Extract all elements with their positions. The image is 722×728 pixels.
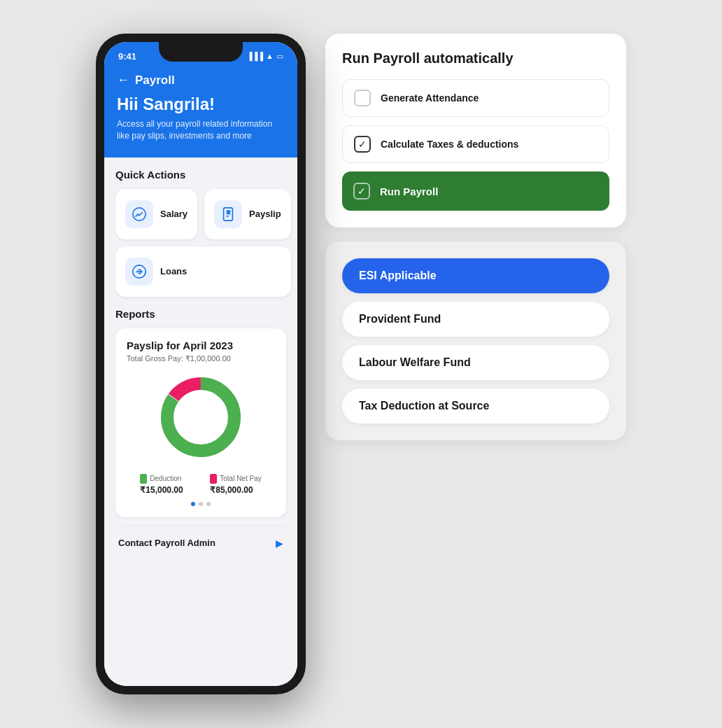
chevron-right-icon: ▶ <box>276 538 283 549</box>
salary-icon <box>125 200 153 228</box>
dot-3 <box>206 502 211 506</box>
loans-icon <box>125 258 153 286</box>
run-payroll-checkbox-icon: ✓ <box>353 183 370 200</box>
contact-admin-row[interactable]: Contact Payroll Admin ▶ <box>115 526 286 560</box>
deduction-dot <box>140 474 147 484</box>
quick-actions-title: Quick Actions <box>115 169 286 181</box>
run-payroll-card: Run Payroll automatically Generate Atten… <box>325 34 626 227</box>
reports-title: Reports <box>115 308 286 320</box>
run-payroll-label: Run Payroll <box>380 186 438 197</box>
net-pay-legend: Total Net Pay ₹85,000.00 <box>210 474 261 495</box>
payslip-report-card: Payslip for April 2023 Total Gross Pay: … <box>115 328 286 517</box>
attendance-label: Generate Attendance <box>381 92 479 104</box>
payslip-gross: Total Gross Pay: ₹1,00,000.00 <box>127 354 275 363</box>
net-pay-value: ₹85,000.00 <box>210 485 261 495</box>
loans-label: Loans <box>160 266 187 276</box>
loans-card[interactable]: Loans <box>115 246 291 297</box>
signal-icon: ▐▐▐ <box>247 52 263 60</box>
dot-2 <box>199 502 203 506</box>
quick-actions-grid: Salary ₹ Payslip <box>115 189 286 297</box>
deductions-card: ESI Applicable Provident Fund Labour Wel… <box>325 241 626 440</box>
payslip-report-title: Payslip for April 2023 <box>127 340 275 351</box>
donut-chart-container <box>127 372 275 463</box>
contact-admin-label: Contact Payroll Admin <box>118 538 215 548</box>
payslip-icon: ₹ <box>214 200 242 228</box>
dot-1 <box>191 502 195 506</box>
tds-item[interactable]: Tax Deduction at Source <box>342 388 609 424</box>
salary-card[interactable]: Salary <box>115 189 197 239</box>
run-payroll-button[interactable]: ✓ Run Payroll <box>342 172 609 211</box>
lwf-item[interactable]: Labour Welfare Fund <box>342 345 609 380</box>
run-payroll-title: Run Payroll automatically <box>342 50 609 66</box>
deduction-value: ₹15,000.00 <box>140 485 183 495</box>
reports-section: Reports Payslip for April 2023 Total Gro… <box>115 308 286 517</box>
esi-item[interactable]: ESI Applicable <box>342 258 609 293</box>
phone-header: ← Payroll Hii Sangrila! Access all your … <box>104 67 297 158</box>
taxes-label: Calculate Taxes & deductions <box>381 139 518 150</box>
pf-item[interactable]: Provident Fund <box>342 302 609 337</box>
svg-text:₹: ₹ <box>227 211 230 215</box>
wifi-icon: ▲ <box>266 52 274 60</box>
right-panel: Run Payroll automatically Generate Atten… <box>325 34 626 440</box>
run-check-icon: ✓ <box>358 186 366 197</box>
status-icons: ▐▐▐ ▲ ▭ <box>247 52 283 61</box>
status-time: 9:41 <box>118 51 136 62</box>
salary-label: Salary <box>160 209 187 219</box>
generate-attendance-item[interactable]: Generate Attendance <box>342 79 609 117</box>
taxes-checkbox[interactable]: ✓ <box>354 136 371 153</box>
phone-screen: 9:41 ▐▐▐ ▲ ▭ ← Payroll Hii Sangrila! Acc… <box>104 42 297 686</box>
donut-chart <box>155 372 246 463</box>
pagination-dots <box>127 502 275 506</box>
nav-title: Payroll <box>135 74 175 88</box>
payslip-legend: Deduction ₹15,000.00 Total Net Pay ₹85,0… <box>127 474 275 495</box>
payslip-label: Payslip <box>249 209 281 219</box>
greeting-subtitle: Access all your payroll related informat… <box>117 118 285 142</box>
check-icon: ✓ <box>358 139 367 149</box>
phone-body: Quick Actions Salary <box>104 158 297 686</box>
deduction-list: ESI Applicable Provident Fund Labour Wel… <box>342 258 609 424</box>
phone-nav: ← Payroll <box>117 73 285 88</box>
calculate-taxes-item[interactable]: ✓ Calculate Taxes & deductions <box>342 125 609 163</box>
deduction-legend: Deduction ₹15,000.00 <box>140 474 183 495</box>
attendance-checkbox[interactable] <box>354 90 371 106</box>
greeting-text: Hii Sangrila! <box>117 94 285 114</box>
net-pay-dot <box>210 474 217 484</box>
phone-mockup: 9:41 ▐▐▐ ▲ ▭ ← Payroll Hii Sangrila! Acc… <box>96 34 306 694</box>
phone-notch <box>159 42 243 62</box>
battery-icon: ▭ <box>276 52 283 61</box>
back-button[interactable]: ← <box>117 73 129 88</box>
payslip-card[interactable]: ₹ Payslip <box>204 189 291 239</box>
svg-point-0 <box>133 207 146 220</box>
